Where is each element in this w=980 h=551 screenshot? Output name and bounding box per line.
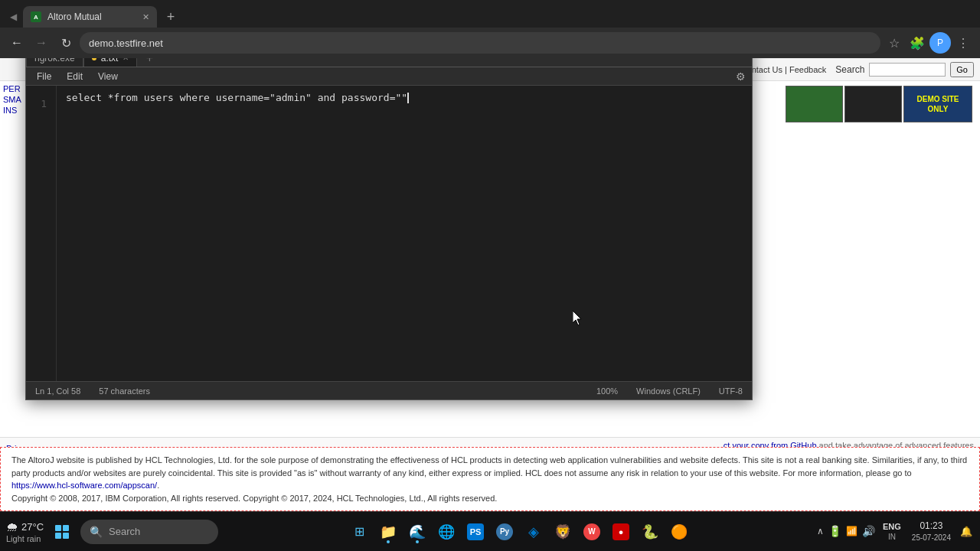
taskbar-apps: ⊞ 📁 🌊 🌐 PS Py ◈ 🦁 W ● [223,518,815,546]
website-link-per[interactable]: PER [3,84,28,93]
editor-menu-view[interactable]: View [90,70,126,83]
browser-actions: ☆ 🧩 P ⋮ [884,32,974,54]
system-clock[interactable]: 01:23 25-07-2024 [909,520,954,543]
vscode-icon: ◈ [528,523,539,540]
website-link-sma[interactable]: SMA [3,95,28,104]
banner-area: DEMO SITE ONLY [786,86,972,122]
nav-refresh-button[interactable]: ↻ [55,32,77,54]
editor-text-area[interactable]: select *from users where username="admin… [57,86,752,381]
search-placeholder: Search [109,526,140,537]
taskbar-app-app11[interactable]: 🟠 [665,518,693,546]
taskbar-app-app10[interactable]: 🐍 [636,518,664,546]
taskbar-app-app9[interactable]: ● [607,518,635,546]
language-indicator[interactable]: ENG IN [880,521,904,542]
python-icon: Py [496,523,513,540]
banner-img1 [786,86,843,122]
banner-demo: DEMO SITE ONLY [903,86,972,122]
tab-close-button[interactable]: ✕ [142,12,149,22]
edge-icon: 🌊 [409,523,426,540]
weather-desc: Light rain [6,534,41,543]
tray-arrow[interactable]: ∧ [817,526,824,536]
address-text: demo.testfire.net [89,37,163,49]
explorer-icon: 📁 [380,523,397,540]
terminal-icon: PS [467,523,484,540]
start-button[interactable] [48,518,76,546]
notification-button[interactable]: 🔔 [959,523,974,539]
extensions-icon[interactable]: 🧩 [906,32,928,54]
weather-icon: 🌧 [6,520,18,534]
address-bar[interactable]: demo.testfire.net [80,32,880,54]
app10-icon: 🐍 [642,523,658,540]
taskbar-app-explorer[interactable]: 📁 [374,518,402,546]
taskbar-app-terminal[interactable]: PS [462,518,489,546]
app9-icon: ● [612,523,629,540]
weather-widget: 🌧 27°C Light rain [6,520,44,543]
app-active-dot [387,540,390,543]
browser-menu-icon[interactable]: ⋮ [952,32,974,54]
taskbar: 🌧 27°C Light rain 🔍 Search ⊞ 📁 🌊 [0,511,980,551]
nav-forward-button[interactable]: → [31,32,52,54]
website-search-button[interactable]: Go [950,62,974,77]
weather-temp: 27°C [21,521,44,533]
banner-img2 [844,86,902,122]
editor-menubar: File Edit View ⚙ [26,67,752,86]
app11-icon: 🟠 [671,523,688,540]
editor-menu-file[interactable]: File [29,70,59,83]
copyright-text: Copyright © 2008, 2017, IBM Corporation,… [11,494,497,503]
new-tab-button[interactable]: + [160,6,181,28]
tab-favicon: A [31,11,41,22]
editor-status-chars: 57 characters [99,386,150,396]
taskbar-app-taskview[interactable]: ⊞ [345,518,373,546]
app-active-dot [416,540,419,543]
editor-settings-button[interactable]: ⚙ [732,68,749,85]
nav-back-button[interactable]: ← [6,32,28,54]
taskbar-app-vscode[interactable]: ◈ [520,518,547,546]
tab-title: Altoro Mutual [47,11,136,22]
profile-icon[interactable]: P [929,32,951,54]
editor-content-area: 1 select *from users where username="adm… [26,86,752,381]
editor-line-numbers: 1 [26,86,57,381]
taskview-icon: ⊞ [354,524,364,539]
brave-icon: 🦁 [554,523,571,540]
browser-tab-altoro[interactable]: A Altoro Mutual ✕ [23,6,157,28]
editor-statusbar: Ln 1, Col 58 57 characters 100% Windows … [26,381,752,399]
taskbar-app-python[interactable]: Py [491,518,518,546]
editor-menu-edit[interactable]: Edit [59,70,90,83]
system-tray: ∧ 🔋 📶 🔊 ENG IN 01:23 25-07-2024 🔔 [817,520,974,543]
editor-status-encoding: UTF-8 [719,386,743,396]
bookmark-icon[interactable]: ☆ [884,32,905,54]
taskbar-app-brave[interactable]: 🦁 [549,518,577,546]
taskbar-app-chrome[interactable]: 🌐 [433,518,460,546]
hcl-link[interactable]: https://www.hcl-software.com/appscan/ [11,481,157,490]
editor-status-zoom: 100% [596,386,618,396]
tray-battery-icon: 🔋 [828,525,841,537]
taskbar-app-edge[interactable]: 🌊 [403,518,431,546]
taskbar-search[interactable]: 🔍 Search [80,520,218,544]
windows-logo-icon [55,525,69,539]
editor-status-position: Ln 1, Col 58 [35,386,80,396]
chrome-icon: 🌐 [438,523,455,540]
search-icon: 🔍 [90,526,103,538]
text-cursor [407,93,409,103]
taskbar-app-wayland[interactable]: W [578,518,606,546]
tray-volume-icon: 🔊 [862,525,875,537]
disclaimer-text: The AltoroJ website is published by HCL … [11,455,967,478]
website-toolbar-links: Contact Us | Feedback [741,65,827,74]
website-search-input[interactable] [869,63,946,77]
editor-status-eol: Windows (CRLF) [636,386,701,396]
wayland-icon: W [583,523,600,540]
browser-tab-back[interactable]: ◀ [6,6,20,28]
website-search-label: Search [835,64,864,75]
tray-network-icon: 📶 [846,526,858,536]
website-link-ins[interactable]: INS [3,106,28,115]
